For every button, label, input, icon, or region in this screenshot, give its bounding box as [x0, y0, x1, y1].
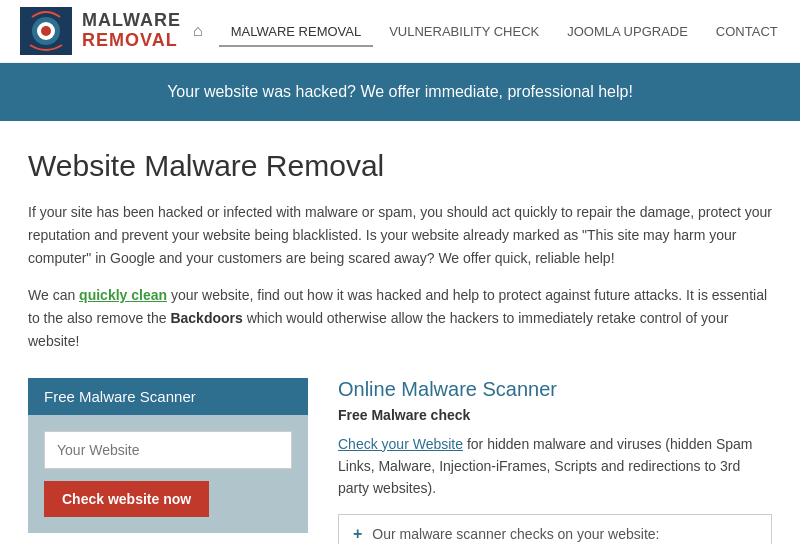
brand-name-top: MALWARE [82, 11, 181, 31]
home-nav-icon[interactable]: ⌂ [181, 14, 215, 48]
nav-malware-removal[interactable]: MALWARE REMOVAL [219, 16, 374, 47]
intro-paragraph: If your site has been hacked or infected… [28, 201, 772, 270]
banner-text: Your website was hacked? We offer immedi… [167, 83, 633, 100]
main-nav: ⌂ MALWARE REMOVAL VULNERABILITY CHECK JO… [181, 14, 800, 48]
online-scanner-subtitle: Free Malware check [338, 407, 772, 423]
online-scanner-description: Check your Website for hidden malware an… [338, 433, 772, 500]
backdoors-bold: Backdoors [170, 310, 242, 326]
nav-joomla-upgrade[interactable]: JOOMLA UPGRADE [555, 16, 700, 47]
second-paragraph: We can quickly clean your website, find … [28, 284, 772, 353]
scanner-header-label: Free Malware Scanner [44, 388, 196, 405]
brand-name-bottom: REMOVAL [82, 31, 181, 51]
check-website-link[interactable]: Check your Website [338, 436, 463, 452]
logo-area: MALWARE REMOVAL [20, 7, 181, 55]
scanner-widget: Free Malware Scanner Check website now [28, 378, 308, 544]
online-scanner-title: Online Malware Scanner [338, 378, 772, 401]
promo-banner: Your website was hacked? We offer immedi… [0, 63, 800, 121]
site-header: MALWARE REMOVAL ⌂ MALWARE REMOVAL VULNER… [0, 0, 800, 63]
page-title: Website Malware Removal [28, 149, 772, 183]
logo-icon [20, 7, 72, 55]
scanner-widget-header: Free Malware Scanner [28, 378, 308, 415]
scanner-checks-label: Our malware scanner checks on your websi… [372, 526, 659, 542]
scanner-widget-body: Check website now [28, 415, 308, 533]
main-content: Website Malware Removal If your site has… [0, 121, 800, 544]
two-column-layout: Free Malware Scanner Check website now O… [28, 378, 772, 544]
check-website-button[interactable]: Check website now [44, 481, 209, 517]
para2-pre: We can [28, 287, 79, 303]
plus-icon: + [353, 525, 362, 543]
scanner-checks-box: + Our malware scanner checks on your web… [338, 514, 772, 544]
svg-point-3 [41, 26, 51, 36]
quickly-clean-link[interactable]: quickly clean [79, 287, 167, 303]
nav-contact[interactable]: CONTACT [704, 16, 790, 47]
nav-vulnerability-check[interactable]: VULNERABILITY CHECK [377, 16, 551, 47]
intro-text: If your site has been hacked or infected… [28, 204, 772, 266]
search-icon[interactable]: 🔍 [794, 14, 800, 48]
logo-text: MALWARE REMOVAL [82, 11, 181, 51]
online-scanner-info: Online Malware Scanner Free Malware chec… [338, 378, 772, 544]
website-url-input[interactable] [44, 431, 292, 469]
